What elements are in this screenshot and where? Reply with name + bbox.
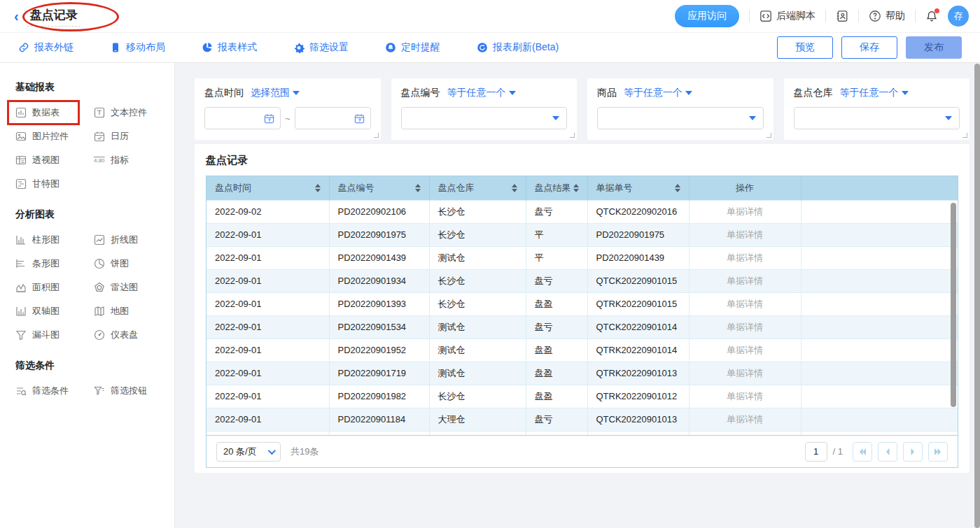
table-row[interactable]: 2022-09-01PD20220901982长沙仓盘盈QTRK20220901… [206, 385, 958, 408]
column-header-warehouse[interactable]: 盘点仓库 [429, 176, 526, 200]
table-row[interactable]: 2022-09-01PD20220901934长沙仓盘亏QTCK20220901… [206, 269, 958, 292]
column-header-doc-number[interactable]: 单据单号 [587, 176, 689, 200]
page-size-select[interactable]: 20 条/页 [216, 442, 281, 462]
resize-handle[interactable] [766, 133, 771, 138]
sidebar-item-gauge[interactable]: 仪表盘 [94, 329, 164, 341]
doc-detail-link[interactable]: 单据详情 [689, 408, 801, 431]
save-button[interactable]: 保存 [841, 36, 897, 59]
back-chevron-icon[interactable]: ‹ [14, 9, 19, 23]
cell-empty [801, 385, 958, 408]
next-page-button[interactable] [903, 442, 923, 462]
preview-button[interactable]: 预览 [777, 36, 833, 59]
prev-page-button[interactable] [878, 442, 897, 462]
sidebar-item-calendar[interactable]: 日历 [94, 130, 164, 143]
sidebar-item-filter-condition[interactable]: 筛选条件 [15, 385, 94, 397]
sidebar-item-pie-chart[interactable]: 饼图 [94, 257, 164, 270]
widget-sidebar: 基础报表 数据表 文本控件 图片控件 日历 [0, 63, 175, 528]
sort-icon[interactable] [415, 184, 421, 192]
table-row[interactable]: 2022-09-01PD20220901719测试仓盘盈QTRK20220901… [206, 362, 958, 385]
toolbar-item-report-refresh[interactable]: 报表刷新(Beta) [477, 41, 559, 54]
filter-operator-dropdown[interactable]: 等于任意一个 [447, 87, 516, 99]
column-header-inventory-time[interactable]: 盘点时间 [206, 176, 329, 200]
contacts-icon[interactable] [836, 10, 848, 22]
sort-icon[interactable] [573, 184, 579, 192]
toolbar-item-report-style[interactable]: 报表样式 [202, 41, 257, 54]
last-page-button[interactable] [928, 442, 948, 462]
filter-card-inventory-number[interactable]: 盘点编号 等于任意一个 [391, 78, 578, 140]
sidebar-item-column-chart[interactable]: 柱形图 [15, 234, 94, 246]
table-scrollbar[interactable] [951, 203, 956, 407]
table-row[interactable]: 2022-09-01PD20220901184大理仓盘亏QTCK20220901… [206, 408, 958, 431]
date-end-input[interactable] [295, 107, 371, 129]
filter-operator-dropdown[interactable]: 等于任意一个 [840, 87, 909, 99]
page-scrollbar[interactable] [974, 64, 980, 528]
resize-handle[interactable] [570, 133, 575, 138]
page-title[interactable]: 盘点记录 [27, 6, 80, 27]
column-header-action[interactable]: 操作 [689, 176, 801, 200]
sidebar-item-label: 日历 [111, 130, 129, 143]
column-header-result[interactable]: 盘点结果 [526, 176, 587, 200]
sidebar-item-gantt[interactable]: 甘特图 [15, 178, 94, 190]
sidebar-item-image-widget[interactable]: 图片控件 [15, 130, 94, 143]
avatar[interactable]: 存 [948, 6, 969, 27]
sidebar-item-pivot[interactable]: 透视图 [15, 154, 94, 166]
table-row[interactable]: 2022-09-01PD20220901534测试仓盘亏QTCK20220901… [206, 315, 958, 338]
filter-select[interactable] [597, 107, 764, 129]
notifications-button[interactable] [925, 10, 938, 22]
doc-detail-link[interactable]: 单据详情 [689, 200, 801, 223]
doc-detail-link[interactable]: 单据详情 [689, 246, 801, 269]
publish-button[interactable]: 发布 [906, 36, 962, 59]
filter-card-product[interactable]: 商品 等于任意一个 [587, 78, 774, 140]
sidebar-item-filter-button[interactable]: 筛选按钮 [94, 385, 164, 397]
filter-card-warehouse[interactable]: 盘点仓库 等于任意一个 [784, 78, 970, 140]
table-row[interactable]: 2022-09-01PD20220901439测试仓平PD20220901439… [206, 246, 958, 269]
doc-detail-link[interactable]: 单据详情 [689, 338, 801, 362]
help-button[interactable]: 帮助 [869, 10, 905, 22]
sort-icon[interactable] [315, 184, 321, 192]
filter-operator-dropdown[interactable]: 选择范围 [251, 87, 300, 99]
filter-select[interactable] [401, 107, 568, 129]
filter-select[interactable] [794, 107, 960, 129]
section-title-filter-widgets: 筛选条件 [15, 359, 164, 372]
date-start-input[interactable] [204, 107, 281, 129]
filter-operator-dropdown[interactable]: 等于任意一个 [624, 87, 692, 99]
sidebar-item-line-chart[interactable]: 折线图 [94, 234, 164, 246]
doc-detail-link[interactable]: 单据详情 [689, 292, 801, 315]
toolbar-item-external-link[interactable]: 报表外链 [18, 41, 74, 54]
data-table-widget[interactable]: 盘点记录 盘点时间 盘点编号 盘点仓库 盘点结果 单据单号 [195, 144, 969, 473]
toolbar-item-scheduled-reminder[interactable]: 定时提醒 [385, 41, 440, 54]
sidebar-item-area-chart[interactable]: 面积图 [15, 281, 94, 294]
doc-detail-link[interactable]: 单据详情 [689, 385, 801, 408]
sort-icon[interactable] [512, 184, 517, 192]
sidebar-item-dual-axis-chart[interactable]: 双轴图 [15, 305, 94, 317]
table-row[interactable]: 2022-09-01PD20220901975长沙仓平PD20220901975… [206, 223, 958, 246]
sidebar-item-data-table[interactable]: 数据表 [15, 106, 94, 119]
toolbar-item-filter-settings[interactable]: 筛选设置 [293, 41, 349, 54]
cell-inventory-time: 2022-09-01 [206, 292, 329, 315]
sidebar-item-text-widget[interactable]: 文本控件 [94, 106, 164, 119]
backend-script-button[interactable]: 后端脚本 [760, 10, 816, 22]
sidebar-item-funnel-chart[interactable]: 漏斗图 [15, 329, 94, 341]
doc-detail-link[interactable]: 单据详情 [689, 223, 801, 246]
column-header-inventory-number[interactable]: 盘点编号 [329, 176, 429, 200]
sidebar-item-map[interactable]: 地图 [94, 305, 164, 317]
page-number-input[interactable] [805, 442, 827, 462]
app-access-button[interactable]: 应用访问 [675, 5, 739, 27]
sidebar-item-indicator[interactable]: 4,80 指标 [94, 154, 164, 166]
table-row[interactable]: 2022-09-02PD20220902106长沙仓盘亏QTCK20220902… [206, 200, 958, 223]
resize-handle[interactable] [962, 133, 967, 138]
first-page-button[interactable] [853, 442, 872, 462]
doc-detail-link[interactable]: 单据详情 [689, 362, 801, 385]
sidebar-item-radar-chart[interactable]: 雷达图 [94, 281, 164, 294]
doc-detail-link[interactable]: 单据详情 [689, 269, 801, 292]
sort-icon[interactable] [675, 184, 680, 192]
line-chart-icon [94, 234, 105, 245]
filter-card-inventory-time[interactable]: 盘点时间 选择范围 ~ [195, 78, 381, 140]
toolbar-item-mobile-layout[interactable]: 移动布局 [110, 41, 165, 54]
resize-handle[interactable] [374, 133, 379, 138]
table-row[interactable]: 2022-09-01PD20220901393长沙仓盘盈QTRK20220901… [206, 292, 958, 315]
sidebar-item-label: 仪表盘 [111, 329, 138, 341]
doc-detail-link[interactable]: 单据详情 [689, 315, 801, 338]
table-row[interactable]: 2022-09-01PD20220901952测试仓盘盈QTRK20220901… [206, 338, 958, 362]
sidebar-item-bar-chart[interactable]: 条形图 [15, 257, 94, 270]
